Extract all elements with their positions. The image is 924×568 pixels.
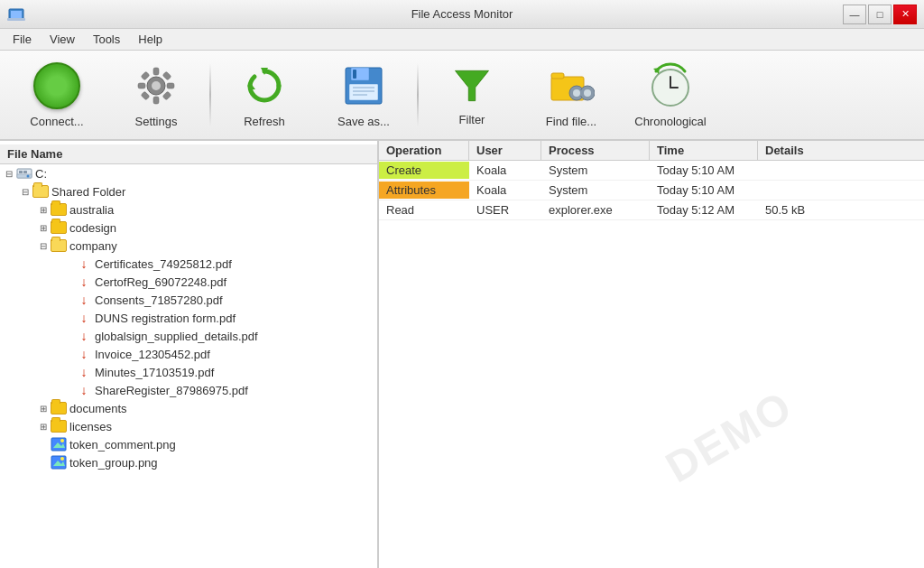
chronological-label: Chronological: [634, 115, 707, 128]
saveas-button[interactable]: Save as...: [314, 54, 413, 135]
svg-point-41: [60, 439, 64, 442]
refresh-button[interactable]: Refresh: [215, 54, 314, 135]
tree-label-company: company: [69, 239, 117, 253]
pdf-icon-1: ↓: [76, 256, 92, 271]
tree-label-pdf4: DUNS registration form.pdf: [95, 312, 236, 325]
tree-label-documents: documents: [69, 402, 127, 415]
expander-codesign[interactable]: ⊞: [36, 220, 51, 235]
findfile-button[interactable]: Find file...: [522, 54, 621, 135]
app-icon: [7, 5, 25, 23]
svg-point-44: [60, 457, 64, 461]
expander-shared[interactable]: ⊟: [18, 184, 32, 199]
menu-file[interactable]: File: [4, 31, 41, 48]
chronological-icon: [647, 62, 694, 109]
tree-label-pdf8: ShareRegister_87986975.pdf: [95, 384, 248, 397]
expander-documents[interactable]: ⊞: [36, 401, 51, 415]
tree-item-company[interactable]: ⊟ company: [0, 237, 377, 255]
tree-label-codesign: codesign: [69, 221, 116, 235]
pdf-icon-3: ↓: [76, 293, 92, 307]
tree-item-licenses[interactable]: ⊞ licenses: [0, 417, 377, 435]
close-button[interactable]: ✕: [893, 5, 917, 24]
toolbar: Connect... Settings: [0, 51, 924, 141]
svg-rect-18: [353, 70, 356, 79]
settings-button[interactable]: Settings: [106, 54, 206, 135]
tree-item-pdf6[interactable]: ⊟ ↓ Invoice_12305452.pdf: [0, 345, 377, 363]
menu-help[interactable]: Help: [129, 31, 171, 48]
ops-row-1[interactable]: Create Koala System Today 5:10 AM: [379, 161, 924, 181]
menu-view[interactable]: View: [41, 31, 84, 48]
refresh-icon: [241, 62, 288, 109]
pdf-icon-7: ↓: [76, 365, 92, 379]
ops-cell-user-3: USER: [469, 201, 541, 219]
tree-item-token-group[interactable]: ⊟ token_group.png: [0, 453, 377, 471]
tree-item-pdf4[interactable]: ⊟ ↓ DUNS registration form.pdf: [0, 309, 377, 327]
menu-tools[interactable]: Tools: [84, 31, 129, 48]
folder-icon-codesign: [51, 220, 67, 235]
connect-button[interactable]: Connect...: [7, 54, 106, 135]
expander-company[interactable]: ⊟: [36, 238, 51, 253]
ops-cell-time-3: Today 5:12 AM: [650, 201, 758, 219]
tree-label-australia: australia: [69, 203, 114, 217]
tree-item-token-comment[interactable]: ⊟ token_comment.png: [0, 435, 377, 453]
tree-label-pdf3: Consents_71857280.pdf: [95, 293, 223, 307]
ops-cell-operation-3: Read: [379, 201, 469, 219]
filter-icon: [450, 64, 494, 107]
folder-icon-shared: [32, 184, 49, 199]
ops-cell-details-3: 50.5 kB: [758, 201, 924, 219]
operations-panel[interactable]: Operation User Process Time Details Crea…: [379, 141, 924, 568]
toolbar-sep-2: [417, 63, 419, 126]
expander-licenses[interactable]: ⊞: [36, 419, 51, 433]
settings-label: Settings: [135, 115, 178, 128]
filter-button[interactable]: Filter: [422, 54, 522, 135]
tree-item-pdf7[interactable]: ⊟ ↓ Minutes_17103519.pdf: [0, 363, 377, 381]
tree-item-pdf1[interactable]: ⊟ ↓ Certificates_74925812.pdf: [0, 255, 377, 273]
saveas-icon: [340, 62, 387, 109]
svg-rect-24: [551, 73, 564, 79]
findfile-icon: [548, 62, 595, 109]
tree-item-pdf8[interactable]: ⊟ ↓ ShareRegister_87986975.pdf: [0, 381, 377, 399]
ops-cell-details-1: [758, 169, 924, 172]
tree-item-pdf2[interactable]: ⊟ ↓ CertofReg_69072248.pdf: [0, 273, 377, 291]
svg-rect-9: [141, 71, 150, 80]
ops-row-3[interactable]: Read USER explorer.exe Today 5:12 AM 50.…: [379, 200, 924, 220]
file-tree-panel[interactable]: File Name ⊟ C: ⊟ Shared Fold: [0, 141, 379, 568]
pdf-icon-5: ↓: [76, 329, 92, 343]
svg-point-36: [27, 175, 30, 178]
ops-cell-time-2: Today 5:10 AM: [650, 182, 758, 199]
ops-row-2[interactable]: Attributes Koala System Today 5:10 AM: [379, 181, 924, 200]
tree-item-australia[interactable]: ⊞ australia: [0, 200, 377, 219]
svg-rect-10: [162, 71, 171, 80]
tree-item-pdf3[interactable]: ⊟ ↓ Consents_71857280.pdf: [0, 291, 377, 309]
ops-cell-process-1: System: [541, 162, 650, 179]
col-header-time: Time: [650, 141, 758, 160]
title-bar-controls[interactable]: — □ ✕: [843, 5, 917, 24]
tree-label-pdf2: CertofReg_69072248.pdf: [95, 275, 226, 289]
image-icon-token-comment: [51, 437, 67, 452]
col-header-details: Details: [758, 141, 924, 160]
svg-rect-5: [153, 68, 159, 75]
ops-cell-time-1: Today 5:10 AM: [650, 162, 758, 179]
pdf-icon-2: ↓: [76, 275, 92, 289]
window-title: File Access Monitor: [411, 7, 513, 21]
ops-cell-details-2: [758, 189, 924, 192]
tree-item-shared[interactable]: ⊟ Shared Folder: [0, 182, 377, 200]
chronological-button[interactable]: Chronological: [621, 54, 720, 135]
folder-icon-australia: [51, 202, 67, 217]
svg-rect-2: [7, 18, 25, 21]
tree-item-documents[interactable]: ⊞ documents: [0, 399, 377, 417]
toolbar-sep-1: [209, 63, 211, 126]
expander-australia[interactable]: ⊞: [36, 202, 51, 217]
tree-item-codesign[interactable]: ⊞ codesign: [0, 219, 377, 237]
main-layout: DEMO File Name ⊟ C: ⊟: [0, 141, 924, 568]
tree-item-pdf5[interactable]: ⊟ ↓ globalsign_supplied_details.pdf: [0, 327, 377, 345]
tree-label-token-comment: token_comment.png: [69, 438, 176, 452]
maximize-button[interactable]: □: [868, 5, 892, 24]
tree-label-pdf7: Minutes_17103519.pdf: [95, 366, 214, 379]
svg-marker-22: [456, 70, 489, 100]
svg-marker-33: [653, 68, 660, 74]
expander-root[interactable]: ⊟: [2, 166, 16, 181]
tree-item-root[interactable]: ⊟ C:: [0, 164, 377, 182]
svg-rect-29: [580, 90, 584, 96]
filter-label: Filter: [459, 113, 485, 126]
minimize-button[interactable]: —: [843, 5, 866, 24]
